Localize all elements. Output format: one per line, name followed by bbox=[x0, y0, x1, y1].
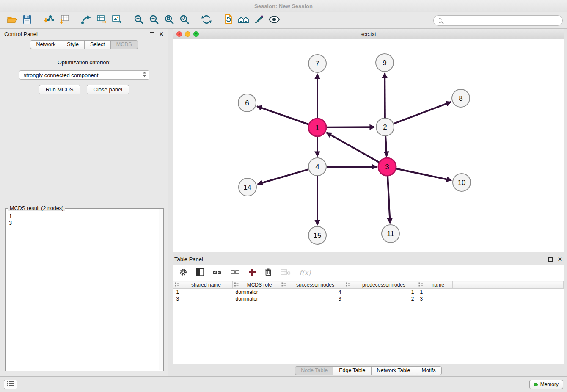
table-cell[interactable]: dominator bbox=[233, 289, 280, 296]
table-panel: Table Panel ✕ f(x) bbox=[173, 254, 564, 376]
graph-node-1[interactable]: 1 bbox=[308, 119, 326, 136]
save-session-button[interactable] bbox=[19, 14, 35, 27]
create-column-button[interactable] bbox=[248, 268, 256, 279]
run-mcds-button[interactable]: Run MCDS bbox=[39, 85, 80, 94]
export-table-button[interactable] bbox=[94, 14, 109, 27]
table-cell-empty bbox=[453, 295, 564, 302]
graph-edge-1-2[interactable] bbox=[327, 127, 374, 127]
graph-node-9[interactable]: 9 bbox=[376, 54, 394, 72]
clone-network-icon bbox=[223, 14, 234, 27]
float-panel-icon[interactable] bbox=[150, 32, 154, 36]
import-network-button[interactable] bbox=[41, 14, 57, 27]
show-column-button[interactable] bbox=[196, 268, 204, 279]
float-table-panel-icon[interactable] bbox=[548, 257, 553, 262]
graph-node-4[interactable]: 4 bbox=[308, 158, 326, 176]
table-cell[interactable]: 2 bbox=[344, 295, 417, 302]
window-minimize-icon[interactable]: − bbox=[185, 31, 190, 37]
table-cell[interactable]: 1 bbox=[417, 289, 453, 296]
tab-network[interactable]: Network bbox=[30, 40, 61, 49]
graph-edge-3-1[interactable] bbox=[327, 133, 379, 162]
import-table-button[interactable] bbox=[57, 14, 72, 27]
refresh-button[interactable] bbox=[199, 14, 214, 27]
table-cell[interactable]: dominator bbox=[233, 295, 280, 302]
column-header-successor-nodes[interactable]: successor nodes bbox=[280, 281, 344, 289]
export-image-button[interactable] bbox=[109, 14, 124, 27]
zoom-selected-button[interactable] bbox=[177, 14, 192, 27]
tab-style[interactable]: Style bbox=[61, 40, 85, 49]
graph-edge-4-14[interactable] bbox=[258, 169, 308, 184]
memory-button[interactable]: Memory bbox=[529, 380, 563, 389]
tab-select[interactable]: Select bbox=[84, 40, 111, 49]
control-panel: Control Panel ✕ NetworkStyleSelectMCDS O… bbox=[0, 29, 168, 376]
graph-edge-2-8[interactable] bbox=[394, 102, 451, 124]
graph-node-11[interactable]: 11 bbox=[382, 225, 399, 243]
table-settings-button[interactable] bbox=[179, 268, 187, 279]
graph-node-label: 15 bbox=[314, 232, 322, 240]
table-tab-node-table[interactable]: Node Table bbox=[295, 366, 333, 375]
network-canvas[interactable]: 7968124314101511 bbox=[173, 39, 564, 252]
graph-node-7[interactable]: 7 bbox=[308, 55, 326, 72]
deselect-all-columns-button[interactable] bbox=[231, 268, 240, 279]
table-cell[interactable]: 3 bbox=[280, 295, 344, 302]
graph-node-6[interactable]: 6 bbox=[238, 94, 256, 112]
control-panel-title: Control Panel bbox=[4, 31, 38, 37]
export-network-button[interactable] bbox=[79, 14, 94, 27]
memory-button-label: Memory bbox=[540, 381, 559, 387]
apply-style-button[interactable] bbox=[251, 14, 267, 27]
column-header-shared-name[interactable]: shared name bbox=[173, 281, 233, 289]
clone-network-button[interactable] bbox=[221, 14, 236, 27]
status-menu-button[interactable] bbox=[4, 380, 17, 389]
table-cell[interactable]: 1 bbox=[173, 289, 233, 296]
graph-node-15[interactable]: 15 bbox=[308, 226, 326, 244]
table-row[interactable]: 3dominator323 bbox=[173, 295, 564, 302]
plus-icon bbox=[248, 268, 256, 278]
show-hide-button[interactable] bbox=[267, 14, 282, 27]
result-scrollbar[interactable] bbox=[159, 209, 163, 370]
zoom-out-button[interactable] bbox=[146, 14, 162, 27]
graph-edge-3-11[interactable] bbox=[388, 176, 390, 223]
graph-edge-2-3[interactable] bbox=[385, 136, 387, 156]
zoom-in-button[interactable] bbox=[131, 14, 146, 27]
column-header-name[interactable]: name bbox=[417, 281, 453, 289]
column-header-mcds-role[interactable]: MCDS role bbox=[233, 281, 280, 289]
network-window-title: scc.txt bbox=[173, 31, 564, 37]
graph-edge-3-10[interactable] bbox=[396, 169, 451, 180]
graph-edge-2-9[interactable] bbox=[385, 73, 385, 118]
table-cell[interactable]: 1 bbox=[344, 289, 417, 296]
graph-node-label: 8 bbox=[459, 94, 462, 102]
table-tab-edge-table[interactable]: Edge Table bbox=[333, 366, 371, 375]
search-input[interactable] bbox=[445, 17, 559, 24]
table-cell[interactable]: 3 bbox=[173, 295, 233, 302]
sort-icon bbox=[175, 282, 179, 287]
table-tab-network-table[interactable]: Network Table bbox=[371, 366, 416, 375]
table-row[interactable]: 1dominator411 bbox=[173, 289, 564, 296]
graph-node-3[interactable]: 3 bbox=[378, 158, 396, 176]
list-icon bbox=[7, 381, 14, 388]
zoom-fit-button[interactable] bbox=[162, 14, 177, 27]
table-cell[interactable]: 4 bbox=[280, 289, 344, 296]
table-tabs: Node TableEdge TableNetwork TableMotifs bbox=[173, 364, 564, 376]
column-header-predecessor-nodes[interactable]: predecessor nodes bbox=[344, 281, 417, 289]
graph-node-label: 10 bbox=[458, 179, 466, 187]
graph-node-2[interactable]: 2 bbox=[376, 118, 394, 136]
window-close-icon[interactable]: × bbox=[176, 31, 182, 37]
title-bar: Session: New Session bbox=[0, 0, 567, 12]
graph-node-14[interactable]: 14 bbox=[239, 178, 256, 196]
close-panel-icon[interactable]: ✕ bbox=[159, 31, 164, 37]
tab-mcds[interactable]: MCDS bbox=[110, 40, 138, 49]
graph-edge-1-6[interactable] bbox=[257, 106, 309, 124]
select-all-columns-button[interactable] bbox=[213, 268, 222, 279]
window-zoom-icon[interactable]: + bbox=[193, 31, 199, 37]
first-neighbors-button[interactable] bbox=[236, 14, 251, 27]
table-cell[interactable]: 3 bbox=[417, 295, 453, 302]
delete-column-button[interactable] bbox=[264, 268, 272, 279]
optimization-select[interactable]: strongly connected component bbox=[19, 70, 149, 80]
close-table-panel-icon[interactable]: ✕ bbox=[558, 257, 562, 262]
column-panel-icon bbox=[196, 268, 204, 278]
close-panel-button[interactable]: Close panel bbox=[87, 85, 129, 94]
table-tab-motifs[interactable]: Motifs bbox=[416, 366, 441, 375]
graph-node-10[interactable]: 10 bbox=[453, 174, 471, 191]
open-session-button[interactable] bbox=[4, 14, 19, 27]
sort-icon bbox=[418, 282, 423, 287]
graph-node-8[interactable]: 8 bbox=[452, 89, 470, 107]
